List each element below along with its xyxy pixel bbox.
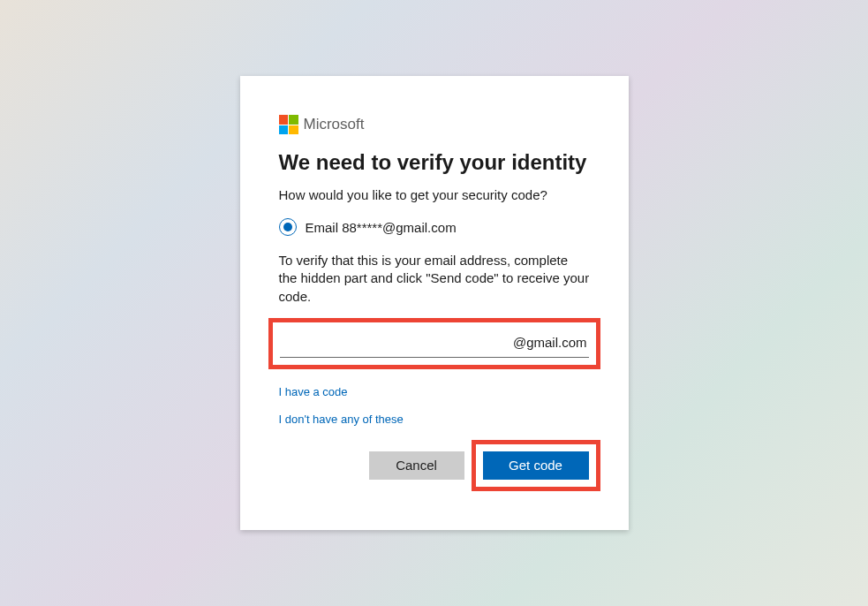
instruction-text: To verify that this is your email addres… — [279, 252, 590, 306]
cancel-button[interactable]: Cancel — [369, 451, 464, 480]
email-input[interactable] — [280, 331, 513, 353]
radio-button-icon — [279, 218, 297, 236]
email-input-wrap: @gmail.com — [280, 331, 589, 358]
get-code-highlight-box: Get code — [472, 440, 600, 491]
have-code-link[interactable]: I have a code — [279, 385, 590, 398]
email-suffix: @gmail.com — [513, 335, 589, 350]
subtitle-text: How would you like to get your security … — [279, 187, 590, 202]
email-radio-option[interactable]: Email 88*****@gmail.com — [279, 218, 590, 236]
verify-identity-card: Microsoft We need to verify your identit… — [240, 76, 629, 530]
input-highlight-box: @gmail.com — [268, 318, 600, 369]
no-options-link[interactable]: I don't have any of these — [279, 413, 590, 426]
brand-row: Microsoft — [279, 115, 590, 134]
microsoft-logo-icon — [279, 115, 298, 134]
button-row: Cancel Get code — [279, 440, 590, 491]
radio-label: Email 88*****@gmail.com — [306, 220, 457, 235]
brand-name: Microsoft — [304, 116, 365, 133]
get-code-button[interactable]: Get code — [483, 451, 589, 480]
page-title: We need to verify your identity — [279, 150, 590, 175]
